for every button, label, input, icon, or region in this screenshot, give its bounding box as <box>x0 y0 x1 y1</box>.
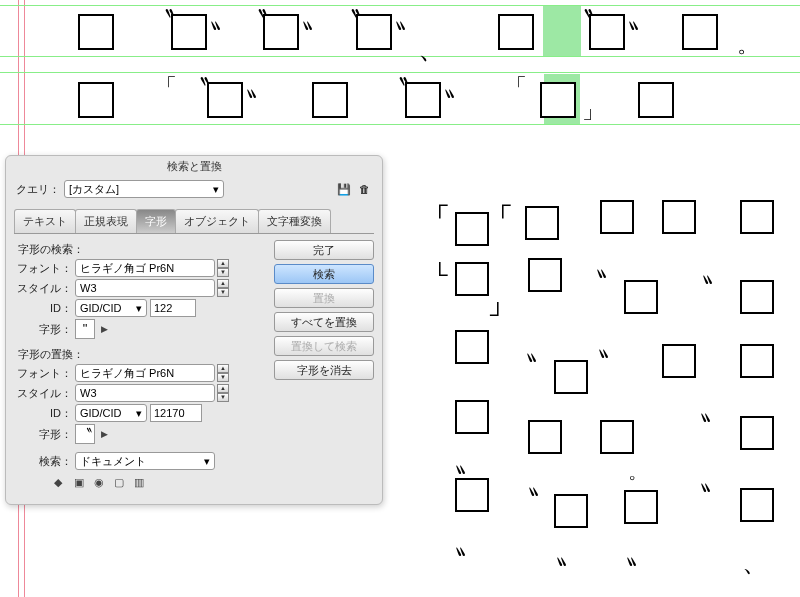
glyph-box <box>455 400 489 434</box>
quote-mark: 〟 <box>395 4 419 36</box>
quote-mark: 〟 <box>455 448 479 480</box>
style-stepper[interactable]: ▲▼ <box>217 279 229 297</box>
style-stepper[interactable]: ▲▼ <box>217 384 229 402</box>
glyph-box <box>540 82 576 118</box>
period-mark: 。 <box>628 458 648 485</box>
glyph-box <box>624 280 658 314</box>
period-mark: 。 <box>737 30 759 60</box>
opt-icon[interactable]: ▣ <box>74 476 90 490</box>
change-id-input[interactable] <box>150 404 202 422</box>
change-glyph-label: 字形の置換： <box>18 347 268 362</box>
clear-glyph-button[interactable]: 字形を消去 <box>274 360 374 380</box>
glyph-box <box>528 258 562 292</box>
style-label: スタイル： <box>14 386 72 401</box>
quote-mark: 〟 <box>526 336 550 368</box>
tab-object[interactable]: オブジェクト <box>175 209 259 233</box>
glyph-box <box>78 82 114 118</box>
change-style-select[interactable]: W3 <box>75 384 215 402</box>
comma-mark: 、 <box>418 30 446 68</box>
search-scope-select[interactable]: ドキュメント▾ <box>75 452 215 470</box>
glyph-box <box>740 280 774 314</box>
comma-mark: 、 <box>742 545 768 580</box>
opt-icon[interactable]: ▥ <box>134 476 150 490</box>
find-font-select[interactable]: ヒラギノ角ゴ Pr6N <box>75 259 215 277</box>
find-button[interactable]: 検索 <box>274 264 374 284</box>
change-find-button[interactable]: 置換して検索 <box>274 336 374 356</box>
change-font-select[interactable]: ヒラギノ角ゴ Pr6N <box>75 364 215 382</box>
id-label: ID： <box>14 406 72 421</box>
glyph-box <box>740 344 774 378</box>
glyph-box <box>638 82 674 118</box>
opt-icon[interactable]: ▢ <box>114 476 130 490</box>
bracket-open: ┌ <box>432 192 448 218</box>
find-change-panel: 検索と置換 クエリ： [カスタム]▾ 💾 🗑 テキスト 正規表現 字形 オブジェ… <box>5 155 383 505</box>
find-glyph-preview[interactable]: " <box>75 319 95 339</box>
find-idtype-select[interactable]: GID/CID▾ <box>75 299 147 317</box>
quote-mark: 〟 <box>528 470 552 502</box>
id-label: ID： <box>14 301 72 316</box>
grid-line <box>0 56 800 57</box>
font-stepper[interactable]: ▲▼ <box>217 364 229 382</box>
style-label: スタイル： <box>14 281 72 296</box>
quote-mark: 〟 <box>598 332 622 364</box>
font-stepper[interactable]: ▲▼ <box>217 259 229 277</box>
glyph-label: 字形： <box>14 322 72 337</box>
glyph-box <box>312 82 348 118</box>
glyph-box <box>740 416 774 450</box>
glyph-box <box>528 420 562 454</box>
glyph-box <box>624 490 658 524</box>
glyph-box <box>589 14 625 50</box>
quote-mark: 〟 <box>700 396 724 428</box>
opt-icon[interactable]: ◉ <box>94 476 110 490</box>
glyph-box <box>740 488 774 522</box>
glyph-box <box>171 14 207 50</box>
query-select[interactable]: [カスタム]▾ <box>64 180 224 198</box>
glyph-box <box>263 14 299 50</box>
glyph-box <box>525 206 559 240</box>
find-id-input[interactable] <box>150 299 196 317</box>
find-style-select[interactable]: W3 <box>75 279 215 297</box>
change-button[interactable]: 置換 <box>274 288 374 308</box>
glyph-label: 字形： <box>14 427 72 442</box>
glyph-box <box>207 82 243 118</box>
change-all-button[interactable]: すべてを置換 <box>274 312 374 332</box>
quote-mark: 〟 <box>455 530 479 562</box>
glyph-box <box>455 478 489 512</box>
font-label: フォント： <box>14 366 72 381</box>
glyph-menu-icon[interactable]: ▶ <box>98 324 111 334</box>
quote-mark: 〟 <box>210 4 234 36</box>
glyph-box <box>498 14 534 50</box>
query-label: クエリ： <box>16 182 60 197</box>
quote-mark: 〟 <box>628 4 652 36</box>
done-button[interactable]: 完了 <box>274 240 374 260</box>
bracket-open: 「 <box>505 72 527 102</box>
opt-icon[interactable]: ◆ <box>54 476 70 490</box>
font-label: フォント： <box>14 261 72 276</box>
delete-query-icon[interactable]: 🗑 <box>356 181 372 197</box>
quote-mark: 〟 <box>626 540 650 572</box>
glyph-box <box>405 82 441 118</box>
change-idtype-select[interactable]: GID/CID▾ <box>75 404 147 422</box>
grid-line <box>0 124 800 125</box>
bracket-close: ┘ <box>490 302 506 328</box>
tab-text[interactable]: テキスト <box>14 209 76 233</box>
change-glyph-preview[interactable]: 〝 <box>75 424 95 444</box>
save-query-icon[interactable]: 💾 <box>336 181 352 197</box>
glyph-box <box>662 344 696 378</box>
tab-transliterate[interactable]: 文字種変換 <box>258 209 331 233</box>
quote-mark: 〟 <box>302 4 326 36</box>
glyph-box <box>600 200 634 234</box>
glyph-menu-icon[interactable]: ▶ <box>98 429 111 439</box>
scope-label: 検索： <box>14 454 72 469</box>
quote-mark: 〟 <box>444 72 468 104</box>
glyph-box <box>455 262 489 296</box>
glyph-box <box>554 360 588 394</box>
tabs: テキスト 正規表現 字形 オブジェクト 文字種変換 <box>14 209 374 234</box>
tab-grep[interactable]: 正規表現 <box>75 209 137 233</box>
bracket-close: 」 <box>582 96 604 126</box>
glyph-box <box>455 212 489 246</box>
quote-mark: 〟 <box>702 258 726 290</box>
bracket-open: 「 <box>155 72 177 102</box>
tab-glyph[interactable]: 字形 <box>136 209 176 233</box>
glyph-box <box>682 14 718 50</box>
